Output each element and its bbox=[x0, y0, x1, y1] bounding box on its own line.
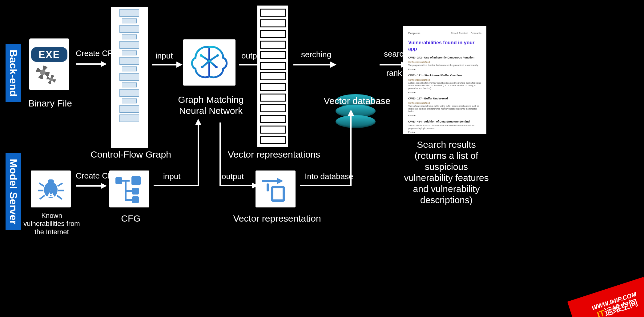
svg-rect-35 bbox=[132, 196, 139, 203]
results-nav-about: About Product bbox=[451, 32, 468, 35]
svg-rect-33 bbox=[131, 176, 141, 185]
vector-representation-caption: Vector representation bbox=[229, 213, 325, 224]
known-vulnerabilities-caption: Known vulnerabilities from the Internet bbox=[21, 212, 83, 236]
vector-representation-icon bbox=[256, 171, 296, 207]
vector-database-caption: Vector database bbox=[320, 95, 394, 106]
cfg-icon bbox=[109, 171, 149, 207]
svg-rect-34 bbox=[132, 188, 139, 195]
svg-line-12 bbox=[209, 61, 216, 67]
cwe-list: CWE - 242 - Use of Inherently Dangerous … bbox=[408, 56, 481, 134]
svg-rect-28 bbox=[50, 191, 52, 194]
lane-model-server-tab: Model Server bbox=[6, 153, 21, 230]
svg-marker-1 bbox=[101, 61, 107, 67]
svg-point-29 bbox=[50, 195, 52, 196]
svg-line-11 bbox=[202, 61, 209, 67]
results-nav-brand: Deepwise bbox=[408, 32, 421, 35]
gmnn-caption: Graph MatchingNeural Network bbox=[166, 94, 256, 116]
svg-rect-39 bbox=[125, 199, 132, 201]
svg-rect-44 bbox=[272, 187, 284, 201]
binary-file-caption: Binary File bbox=[24, 98, 76, 109]
svg-line-25 bbox=[40, 195, 45, 199]
results-nav-contacts: Contacts bbox=[470, 32, 481, 35]
search-results-panel: Deepwise About Product Contacts Vulnerab… bbox=[403, 26, 486, 134]
svg-line-21 bbox=[39, 183, 44, 186]
svg-marker-46 bbox=[348, 110, 354, 116]
search-results-caption: Search results (returns a list of suspic… bbox=[403, 139, 489, 206]
arrow-output-bottom bbox=[215, 116, 262, 193]
svg-marker-43 bbox=[277, 178, 283, 184]
svg-line-10 bbox=[209, 55, 218, 61]
svg-line-26 bbox=[57, 195, 62, 199]
arrow-input-top bbox=[150, 58, 184, 71]
results-title: Vulnerabilities found in your app bbox=[408, 40, 481, 53]
arrow-label-searching: serching bbox=[301, 50, 331, 59]
arrow-into-database bbox=[299, 107, 360, 193]
neural-network-icon bbox=[183, 39, 235, 86]
binary-file-icon: EXE bbox=[29, 38, 69, 90]
svg-rect-37 bbox=[125, 180, 127, 200]
svg-rect-32 bbox=[115, 177, 122, 184]
svg-line-22 bbox=[58, 183, 62, 186]
cfg-caption: CFG bbox=[109, 213, 152, 224]
arrow-create-cfg-top bbox=[74, 58, 108, 70]
svg-marker-3 bbox=[176, 62, 183, 68]
arrow-input-bottom bbox=[152, 116, 207, 193]
control-flow-graph-icon bbox=[111, 7, 148, 148]
vector-representations-icon bbox=[257, 6, 288, 147]
svg-rect-38 bbox=[125, 190, 132, 192]
arrow-create-cfg-bottom bbox=[74, 180, 108, 192]
svg-rect-20 bbox=[48, 179, 54, 184]
known-vulnerabilities-icon bbox=[31, 171, 71, 207]
exe-badge: EXE bbox=[31, 47, 67, 62]
lane-backend-tab: Back-end bbox=[6, 44, 21, 102]
svg-line-9 bbox=[201, 55, 209, 61]
svg-marker-16 bbox=[330, 62, 336, 68]
arrow-searching bbox=[292, 58, 338, 71]
svg-marker-31 bbox=[101, 183, 107, 189]
svg-marker-40 bbox=[195, 119, 201, 125]
